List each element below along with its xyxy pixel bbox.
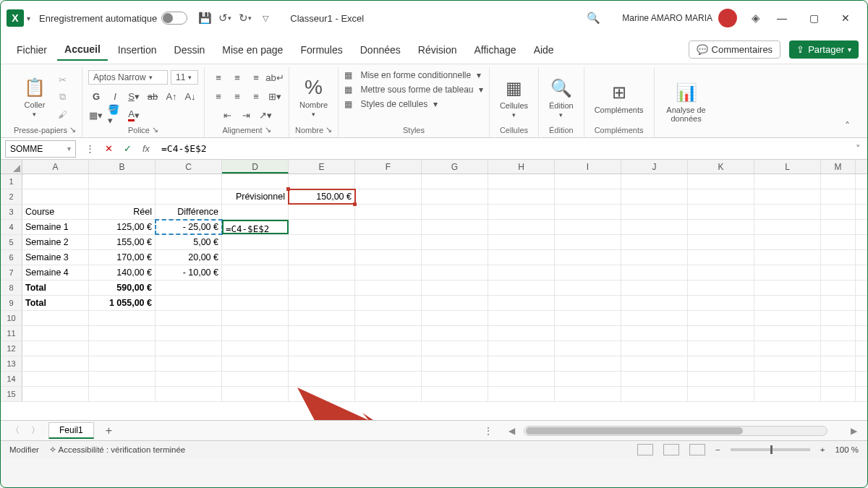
cell-M15[interactable] — [821, 387, 856, 401]
cell-K12[interactable] — [688, 341, 754, 356]
cell-C12[interactable] — [156, 341, 222, 356]
cell-K13[interactable] — [688, 356, 754, 371]
menu-aide[interactable]: Aide — [527, 40, 561, 60]
cell-J2[interactable] — [621, 189, 688, 204]
cell-A3[interactable]: Course — [22, 205, 89, 219]
col-header-G[interactable]: G — [422, 160, 488, 174]
col-header-K[interactable]: K — [688, 160, 754, 174]
cell-H12[interactable] — [488, 341, 555, 356]
number-format-button[interactable]: % Nombre ▾ — [295, 74, 332, 119]
dialog-launcher-icon[interactable]: ↘ — [69, 125, 76, 134]
cell-I6[interactable] — [555, 250, 621, 265]
cell-A10[interactable] — [22, 311, 89, 325]
row-header-3[interactable]: 3 — [1, 205, 22, 219]
dialog-launcher-icon[interactable]: ↘ — [152, 125, 158, 134]
editing-button[interactable]: 🔍Édition▾ — [545, 75, 578, 120]
cell-F3[interactable] — [355, 205, 422, 219]
avatar[interactable] — [718, 9, 737, 27]
search-icon[interactable]: 🔍 — [587, 12, 600, 25]
cell-M10[interactable] — [821, 311, 856, 325]
expand-formula-icon[interactable]: ˅ — [848, 143, 867, 154]
cell-H15[interactable] — [488, 387, 555, 401]
cell-H6[interactable] — [488, 250, 555, 265]
cell-E1[interactable] — [289, 174, 355, 189]
cell-H2[interactable] — [488, 189, 555, 204]
cell-E9[interactable] — [289, 296, 355, 310]
cell-K14[interactable] — [688, 372, 754, 386]
zoom-in-icon[interactable]: + — [820, 445, 825, 454]
cell-F14[interactable] — [355, 372, 422, 386]
cell-L11[interactable] — [754, 326, 821, 341]
cell-J14[interactable] — [621, 372, 688, 386]
cell-F13[interactable] — [355, 356, 422, 371]
col-header-D[interactable]: D — [222, 160, 289, 174]
qat-customize-icon[interactable]: ▽ — [255, 8, 276, 28]
cell-C13[interactable] — [156, 356, 222, 371]
cell-L4[interactable] — [754, 220, 821, 234]
row-header-11[interactable]: 11 — [1, 326, 22, 341]
fx-icon[interactable]: fx — [137, 143, 156, 154]
menu-mise-en-page[interactable]: Mise en page — [215, 40, 290, 60]
cell-K15[interactable] — [688, 387, 754, 401]
cell-A5[interactable]: Semaine 2 — [22, 235, 89, 249]
cell-A11[interactable] — [22, 326, 89, 341]
cell-G14[interactable] — [422, 372, 488, 386]
cell-C2[interactable] — [156, 189, 222, 204]
cell-G4[interactable] — [422, 220, 488, 234]
cell-A14[interactable] — [22, 372, 89, 386]
strike-button[interactable]: ab — [145, 89, 161, 103]
cell-F12[interactable] — [355, 341, 422, 356]
cell-L2[interactable] — [754, 189, 821, 204]
dialog-launcher-icon[interactable]: ↘ — [265, 125, 271, 134]
cell-D14[interactable] — [222, 372, 289, 386]
cell-J10[interactable] — [621, 311, 688, 325]
cell-L10[interactable] — [754, 311, 821, 325]
font-color-icon[interactable]: A▾ — [126, 108, 142, 122]
cell-L8[interactable] — [754, 281, 821, 295]
cell-H13[interactable] — [488, 356, 555, 371]
cell-M2[interactable] — [821, 189, 856, 204]
cell-H8[interactable] — [488, 281, 555, 295]
cell-C15[interactable] — [156, 387, 222, 401]
underline-button[interactable]: S▾ — [126, 89, 142, 103]
cell-L14[interactable] — [754, 372, 821, 386]
dialog-launcher-icon[interactable]: ↘ — [326, 125, 332, 134]
grow-font-icon[interactable]: A↑ — [163, 89, 179, 103]
cell-C7[interactable]: - 10,00 € — [156, 265, 222, 280]
cell-G5[interactable] — [422, 235, 488, 249]
view-layout-icon[interactable] — [663, 444, 679, 455]
cell-G6[interactable] — [422, 250, 488, 265]
row-header-12[interactable]: 12 — [1, 341, 22, 356]
cell-E4[interactable] — [289, 220, 355, 234]
cell-M7[interactable] — [821, 265, 856, 280]
cell-K6[interactable] — [688, 250, 754, 265]
autosave-toggle[interactable] — [161, 12, 187, 25]
cell-A2[interactable] — [22, 189, 89, 204]
cell-J8[interactable] — [621, 281, 688, 295]
cell-I15[interactable] — [555, 387, 621, 401]
spreadsheet[interactable]: ABCDEFGHIJKLM 12Prévisionnel150,00 €3Cou… — [1, 160, 867, 420]
cell-H9[interactable] — [488, 296, 555, 310]
cancel-formula-icon[interactable]: ✕ — [99, 143, 118, 154]
cell-C3[interactable]: Différence — [156, 205, 222, 219]
menu-fichier[interactable]: Fichier — [9, 40, 54, 60]
col-header-L[interactable]: L — [754, 160, 821, 174]
borders-icon[interactable]: ▦▾ — [88, 108, 104, 122]
scroll-left-icon[interactable]: ◀ — [506, 426, 518, 436]
cell-B14[interactable] — [89, 372, 156, 386]
cell-M12[interactable] — [821, 341, 856, 356]
copy-icon[interactable]: ⧉ — [55, 90, 71, 104]
bold-button[interactable]: G — [88, 89, 104, 103]
orientation-icon[interactable]: ↗▾ — [258, 108, 273, 122]
cell-D6[interactable] — [222, 250, 289, 265]
cell-D10[interactable] — [222, 311, 289, 325]
cell-G11[interactable] — [422, 326, 488, 341]
cell-M1[interactable] — [821, 174, 856, 189]
cell-M5[interactable] — [821, 235, 856, 249]
col-header-E[interactable]: E — [289, 160, 355, 174]
collapse-ribbon-icon[interactable]: ˄ — [835, 114, 860, 137]
col-header-J[interactable]: J — [621, 160, 688, 174]
cell-C9[interactable] — [156, 296, 222, 310]
cell-C5[interactable]: 5,00 € — [156, 235, 222, 249]
cell-K10[interactable] — [688, 311, 754, 325]
